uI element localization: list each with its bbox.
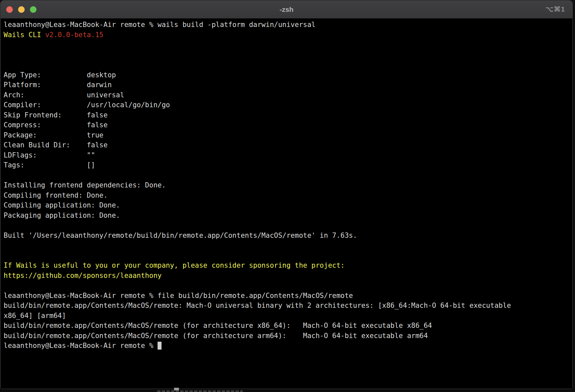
- background-window-cursor: [174, 388, 179, 390]
- terminal-text-segment: v2.0.0-beta.15: [45, 31, 103, 39]
- terminal-text-segment: Compiler: /usr/local/go/bin/go: [4, 101, 170, 109]
- terminal-text-segment: Tags: []: [4, 161, 95, 169]
- terminal-text-segment: Compiling application: Done.: [4, 201, 120, 209]
- zoom-button[interactable]: [30, 6, 37, 13]
- terminal-line: Packaging application: Done.: [4, 210, 571, 221]
- terminal-line: leaanthony@Leas-MacBook-Air remote % fil…: [4, 291, 571, 301]
- terminal-line: LDFlags: "": [4, 150, 571, 160]
- terminal-text-segment: App Type: desktop: [4, 71, 116, 79]
- terminal-text-segment: Wails CLI: [4, 31, 45, 39]
- terminal-text-segment: leaanthony@Leas-MacBook-Air remote % fil…: [4, 292, 353, 300]
- terminal-text-segment: build/bin/remote.app/Contents/MacOS/remo…: [4, 332, 428, 340]
- terminal-line: Skip Frontend: false: [4, 110, 571, 120]
- terminal-text-segment: build/bin/remote.app/Contents/MacOS/remo…: [4, 322, 432, 330]
- terminal-text-segment: Installing frontend dependencies: Done.: [4, 181, 166, 189]
- window-title: -zsh: [1, 6, 572, 13]
- terminal-text-segment: https://github.com/sponsors/leaanthony: [4, 272, 162, 280]
- terminal-text-segment: build/bin/remote.app/Contents/MacOS/remo…: [4, 302, 511, 309]
- terminal-line: [4, 240, 571, 251]
- terminal-text-segment: Compiling frontend: Done.: [4, 191, 108, 199]
- minimize-button[interactable]: [18, 6, 25, 13]
- terminal-line: [4, 50, 571, 60]
- terminal-text-segment: Packaging application: Done.: [4, 211, 120, 219]
- terminal-text-segment: Arch: universal: [4, 91, 124, 99]
- terminal-text-segment: Compress: false: [4, 121, 108, 129]
- background-window-text: [157, 390, 243, 392]
- tab-shortcut-hint: ⌥⌘1: [545, 5, 565, 13]
- terminal-line: [4, 60, 571, 70]
- terminal-text-segment: Clean Build Dir: false: [4, 141, 108, 149]
- terminal-line: App Type: desktop: [4, 70, 571, 80]
- terminal-output[interactable]: leaanthony@Leas-MacBook-Air remote % wai…: [1, 19, 572, 388]
- terminal-text-segment: Built '/Users/leaanthony/remote/build/bi…: [4, 232, 357, 239]
- terminal-line: leaanthony@Leas-MacBook-Air remote % wai…: [4, 20, 571, 30]
- terminal-line: Platform: darwin: [4, 80, 571, 90]
- terminal-line: Clean Build Dir: false: [4, 140, 571, 150]
- terminal-line: Built '/Users/leaanthony/remote/build/bi…: [4, 231, 571, 241]
- close-button[interactable]: [6, 6, 13, 13]
- terminal-line: Compiler: /usr/local/go/bin/go: [4, 100, 571, 110]
- terminal-text-segment: LDFlags: "": [4, 151, 95, 159]
- terminal-line: [4, 281, 571, 291]
- terminal-line: build/bin/remote.app/Contents/MacOS/remo…: [4, 331, 571, 341]
- terminal-line: build/bin/remote.app/Contents/MacOS/remo…: [4, 321, 571, 331]
- terminal-text-segment: Skip Frontend: false: [4, 111, 108, 119]
- terminal-text-segment: Platform: darwin: [4, 81, 112, 89]
- terminal-line: Compiling frontend: Done.: [4, 190, 571, 201]
- terminal-line: leaanthony@Leas-MacBook-Air remote %: [4, 341, 571, 351]
- terminal-line: Tags: []: [4, 160, 571, 170]
- terminal-text-segment: If Wails is useful to you or your compan…: [4, 261, 345, 269]
- terminal-text-segment: x86_64] [arm64]: [4, 312, 66, 320]
- terminal-line: [4, 40, 571, 50]
- terminal-window: -zsh ⌥⌘1 leaanthony@Leas-MacBook-Air rem…: [0, 0, 573, 389]
- terminal-line: x86_64] [arm64]: [4, 311, 571, 321]
- terminal-line: Package: true: [4, 130, 571, 140]
- terminal-line: Wails CLI v2.0.0-beta.15: [4, 30, 571, 40]
- background-window-sliver: [0, 389, 575, 392]
- terminal-line: [4, 220, 571, 231]
- terminal-text-segment: leaanthony@Leas-MacBook-Air remote % wai…: [4, 21, 315, 29]
- terminal-line: [4, 251, 571, 261]
- terminal-cursor: [158, 342, 162, 350]
- terminal-line: If Wails is useful to you or your compan…: [4, 260, 571, 271]
- terminal-line: build/bin/remote.app/Contents/MacOS/remo…: [4, 301, 571, 311]
- traffic-lights: [6, 6, 37, 13]
- terminal-line: https://github.com/sponsors/leaanthony: [4, 271, 571, 281]
- terminal-line: Compress: false: [4, 120, 571, 130]
- titlebar[interactable]: -zsh ⌥⌘1: [1, 1, 572, 19]
- terminal-text-segment: Package: true: [4, 131, 103, 139]
- terminal-line: Arch: universal: [4, 90, 571, 100]
- terminal-line: Installing frontend dependencies: Done.: [4, 180, 571, 190]
- terminal-text-segment: leaanthony@Leas-MacBook-Air remote %: [4, 342, 158, 350]
- terminal-line: Compiling application: Done.: [4, 200, 571, 210]
- terminal-line: [4, 170, 571, 181]
